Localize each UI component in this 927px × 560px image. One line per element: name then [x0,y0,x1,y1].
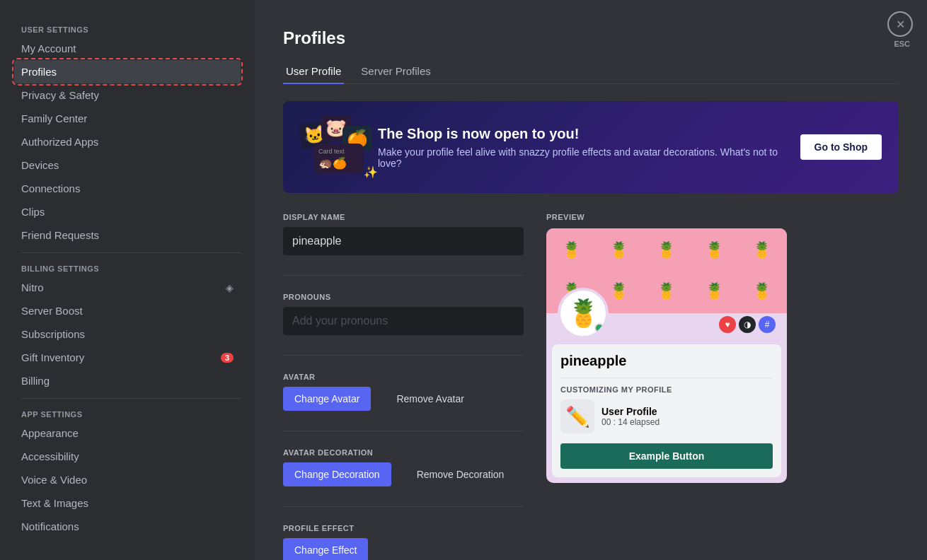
change-avatar-button[interactable]: Change Avatar [283,387,371,411]
badge-heart: ♥ [719,316,736,333]
sidebar: USER SETTINGS My Account Profiles Privac… [0,0,255,560]
close-button[interactable]: ✕ [887,11,913,37]
sidebar-item-gift-inventory[interactable]: Gift Inventory 3 [14,346,241,369]
page-title: Profiles [283,28,899,48]
badge-moon: ◑ [739,316,756,333]
remove-decoration-button[interactable]: Remove Decoration [405,462,516,486]
sidebar-item-label: Family Center [21,112,87,124]
example-button[interactable]: Example Button [560,443,773,469]
sidebar-item-label: Privacy & Safety [21,89,99,101]
pineapple-5: 🍍 [739,231,784,269]
pronouns-section: PRONOUNS [283,293,524,335]
sidebar-item-label: Clips [21,206,45,218]
sidebar-item-label: Subscriptions [21,328,85,340]
main-content: ✕ ESC Profiles User Profile Server Profi… [255,0,927,560]
shop-banner-subtitle: Make your profile feel alive with snazzy… [378,146,800,169]
remove-avatar-button[interactable]: Remove Avatar [385,387,475,411]
preview-card: 🍍 🍍 🍍 🍍 🍍 🍍 🍍 🍍 🍍 🍍 [546,228,787,483]
form-divider-4 [283,506,524,507]
sidebar-item-label: Text & Images [21,497,88,509]
display-name-input[interactable] [283,227,524,255]
avatar-status-indicator [594,323,604,333]
customizing-activity-name: User Profile [601,406,773,417]
gift-inventory-badge: 3 [221,353,234,363]
sidebar-item-label: Billing [21,375,50,387]
sidebar-item-authorized-apps[interactable]: Authorized Apps [14,130,241,153]
sidebar-item-accessibility[interactable]: Accessibility [14,445,241,468]
heart-icon: ♥ [725,320,730,329]
pronouns-input[interactable] [283,307,524,335]
sidebar-item-connections[interactable]: Connections [14,177,241,200]
sidebar-item-label: Server Boost [21,305,83,317]
profile-effect-label: PROFILE EFFECT [283,524,524,532]
sidebar-item-devices[interactable]: Devices [14,153,241,177]
pineapple-2: 🍍 [597,231,641,269]
sidebar-item-profiles[interactable]: Profiles [14,60,241,83]
user-settings-label: USER SETTINGS [21,25,255,34]
avatar-decoration-section: AVATAR DECORATION Change Decoration Remo… [283,448,524,486]
preview-avatar: 🍍 ✦ ✦ [558,288,609,339]
profile-preview: PREVIEW 🍍 🍍 🍍 🍍 🍍 🍍 🍍 🍍 🍍 🍍 [546,213,787,560]
sidebar-item-label: Accessibility [21,450,79,462]
sidebar-item-label: Notifications [21,520,79,532]
sidebar-item-server-boost[interactable]: Server Boost [14,299,241,322]
change-decoration-button[interactable]: Change Decoration [283,462,391,486]
esc-label: ESC [894,40,910,48]
customizing-activity-time: 00 : 14 elapsed [601,417,773,427]
preview-avatar-area: 🍍 ✦ ✦ ♥ ◑ # [546,288,787,339]
sidebar-item-label: Voice & Video [21,474,87,486]
change-effect-button[interactable]: Change Effect [283,538,368,560]
tab-server-profiles[interactable]: Server Profiles [358,59,433,84]
customizing-row: ✏️ User Profile 00 : 14 elapsed [560,399,773,433]
sidebar-item-label: Profiles [21,66,57,78]
sidebar-item-family-center[interactable]: Family Center [14,107,241,130]
sidebar-item-privacy-safety[interactable]: Privacy & Safety [14,83,241,107]
moon-icon: ◑ [744,320,751,329]
tabs: User Profile Server Profiles [283,59,899,84]
sidebar-item-subscriptions[interactable]: Subscriptions [14,322,241,346]
nitro-icon: ◈ [226,282,234,293]
sidebar-divider-2 [21,398,241,399]
preview-badges: ♥ ◑ # [719,316,776,339]
sidebar-item-billing[interactable]: Billing [14,369,241,392]
sidebar-item-label: Appearance [21,427,79,439]
app-settings-label: APP SETTINGS [21,410,255,419]
profile-effect-section: PROFILE EFFECT Change Effect [283,524,524,560]
preview-username: pineapple [560,353,773,369]
form-divider-3 [283,431,524,431]
sidebar-item-voice-video[interactable]: Voice & Video [14,468,241,491]
form-divider-2 [283,355,524,356]
shop-banner-art: 🐱 🐷 🍊 Card text 🦔🍊 ✨ [300,115,378,179]
customizing-info: User Profile 00 : 14 elapsed [601,406,773,427]
avatar-decoration-label: AVATAR DECORATION [283,448,524,457]
pineapple-4: 🍍 [692,231,737,269]
customizing-activity-icon: ✏️ [560,399,594,433]
close-icon: ✕ [896,18,905,31]
badge-hash: # [759,316,776,333]
sidebar-item-clips[interactable]: Clips [14,200,241,223]
sidebar-item-label: My Account [21,42,76,54]
profile-layout: DISPLAY NAME PRONOUNS AVATAR Change Avat… [283,213,899,560]
avatar-label: AVATAR [283,373,524,381]
billing-settings-label: BILLING SETTINGS [21,264,255,273]
sidebar-item-friend-requests[interactable]: Friend Requests [14,223,241,247]
sidebar-item-text-images[interactable]: Text & Images [14,491,241,515]
preview-label: PREVIEW [546,213,787,221]
sidebar-item-label: Gift Inventory [21,351,84,363]
form-divider-1 [283,275,524,276]
preview-body: pineapple CUSTOMIZING MY PROFILE ✏️ User… [552,344,781,477]
hash-icon: # [765,320,770,329]
pineapple-3: 🍍 [644,231,689,269]
shop-banner-text: The Shop is now open to you! Make your p… [378,126,800,169]
sidebar-item-appearance[interactable]: Appearance [14,421,241,445]
profile-form: DISPLAY NAME PRONOUNS AVATAR Change Avat… [283,213,524,560]
sidebar-item-label: Nitro [21,281,44,293]
sidebar-item-label: Friend Requests [21,229,99,241]
sidebar-item-label: Devices [21,159,59,171]
sidebar-item-my-account[interactable]: My Account [14,37,241,60]
avatar-section: AVATAR Change Avatar Remove Avatar [283,373,524,411]
sidebar-item-notifications[interactable]: Notifications [14,515,241,538]
sidebar-item-nitro[interactable]: Nitro ◈ [14,276,241,299]
tab-user-profile[interactable]: User Profile [283,59,344,84]
go-to-shop-button[interactable]: Go to Shop [800,134,882,160]
